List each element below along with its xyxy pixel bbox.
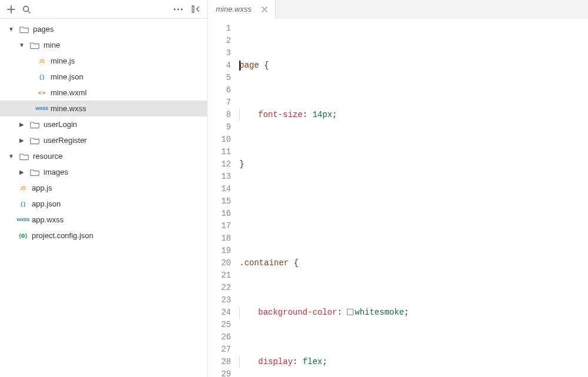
line-number: 14 bbox=[208, 183, 231, 195]
line-number: 11 bbox=[208, 146, 231, 158]
folder-label: images bbox=[44, 168, 68, 176]
color-swatch-icon bbox=[347, 309, 353, 315]
svg-point-1 bbox=[174, 8, 176, 10]
file-app-js[interactable]: JS app.js bbox=[0, 180, 207, 196]
file-label: app.json bbox=[32, 199, 61, 208]
line-number: 6 bbox=[208, 84, 231, 96]
line-number: 1 bbox=[208, 22, 231, 35]
folder-mine[interactable]: ▼ mine bbox=[0, 37, 207, 53]
folder-label: resource bbox=[33, 152, 63, 161]
folder-label: userLogin bbox=[44, 120, 77, 129]
folder-icon bbox=[29, 119, 40, 130]
line-number: 7 bbox=[208, 96, 231, 109]
js-file-icon: JS bbox=[36, 56, 47, 66]
svg-point-3 bbox=[181, 8, 183, 10]
line-number: 13 bbox=[208, 171, 231, 183]
line-number: 19 bbox=[208, 245, 231, 257]
line-number: 18 bbox=[208, 232, 231, 245]
line-number: 8 bbox=[208, 109, 231, 121]
svg-rect-4 bbox=[192, 6, 193, 12]
file-label: mine.json bbox=[51, 72, 83, 81]
line-number: 16 bbox=[208, 208, 231, 220]
folder-resource[interactable]: ▼ resource bbox=[0, 148, 207, 164]
file-mine-json[interactable]: { } mine.json bbox=[0, 69, 207, 85]
code-content[interactable]: page { font-size: 14px; } .container { b… bbox=[238, 19, 588, 377]
folder-userLogin[interactable]: ▶ userLogin bbox=[0, 116, 207, 132]
json-file-icon: { } bbox=[36, 72, 47, 82]
file-app-json[interactable]: { } app.json bbox=[0, 196, 207, 212]
chevron-right-icon: ▶ bbox=[18, 169, 26, 175]
chevron-down-icon: ▼ bbox=[7, 26, 15, 32]
file-project-config[interactable]: {⚙} project.config.json bbox=[0, 228, 207, 243]
line-number: 9 bbox=[208, 121, 231, 134]
json-file-icon: { } bbox=[18, 199, 28, 209]
line-number: 25 bbox=[208, 319, 231, 331]
js-file-icon: JS bbox=[18, 183, 28, 193]
line-number: 26 bbox=[208, 331, 231, 343]
line-number: 21 bbox=[208, 269, 231, 282]
line-number: 15 bbox=[208, 195, 231, 208]
line-number: 2 bbox=[208, 35, 231, 47]
file-label: app.wxss bbox=[32, 215, 64, 224]
folder-userRegister[interactable]: ▶ userRegister bbox=[0, 132, 207, 148]
line-number: 5 bbox=[208, 72, 231, 84]
top-bar: mine.wxss bbox=[0, 0, 588, 19]
file-label: mine.js bbox=[51, 56, 75, 65]
line-number: 4 bbox=[208, 59, 231, 72]
line-number: 29 bbox=[208, 368, 231, 377]
folder-icon bbox=[29, 135, 40, 146]
file-label: mine.wxml bbox=[51, 88, 86, 97]
config-file-icon: {⚙} bbox=[18, 231, 28, 241]
new-file-button[interactable] bbox=[4, 2, 19, 17]
line-number: 12 bbox=[208, 158, 231, 171]
chevron-down-icon: ▼ bbox=[18, 42, 26, 48]
line-number: 27 bbox=[208, 343, 231, 356]
folder-icon bbox=[29, 167, 40, 178]
folder-pages[interactable]: ▼ pages bbox=[0, 21, 207, 37]
wxml-file-icon: < > bbox=[36, 88, 47, 98]
file-explorer[interactable]: ▼ pages ▼ mine JS mine.js { } mine.json … bbox=[0, 19, 208, 377]
folder-open-icon bbox=[19, 151, 29, 162]
tab-mine-wxss[interactable]: mine.wxss bbox=[208, 0, 276, 19]
chevron-right-icon: ▶ bbox=[18, 137, 26, 144]
folder-open-icon bbox=[29, 40, 40, 51]
folder-images[interactable]: ▶ images bbox=[0, 164, 207, 180]
close-tab-button[interactable] bbox=[260, 5, 269, 14]
line-number: 22 bbox=[208, 282, 231, 294]
tab-title: mine.wxss bbox=[216, 5, 252, 14]
file-mine-wxml[interactable]: < > mine.wxml bbox=[0, 85, 207, 101]
chevron-down-icon: ▼ bbox=[7, 153, 15, 159]
wxss-file-icon: WXSS bbox=[18, 215, 28, 225]
file-mine-js[interactable]: JS mine.js bbox=[0, 53, 207, 69]
search-button[interactable] bbox=[19, 2, 34, 17]
main-area: ▼ pages ▼ mine JS mine.js { } mine.json … bbox=[0, 19, 588, 377]
line-number: 24 bbox=[208, 306, 231, 319]
sidebar-toolbar bbox=[0, 0, 208, 19]
folder-label: userRegister bbox=[44, 136, 87, 145]
file-label: project.config.json bbox=[32, 231, 93, 240]
wxss-file-icon: WXSS bbox=[36, 104, 47, 114]
line-number: 3 bbox=[208, 47, 231, 59]
more-actions-button[interactable] bbox=[171, 2, 186, 17]
line-number: 10 bbox=[208, 134, 231, 146]
file-mine-wxss[interactable]: WXSS mine.wxss bbox=[0, 101, 207, 116]
folder-label: pages bbox=[33, 25, 54, 34]
line-number: 28 bbox=[208, 356, 231, 368]
folder-open-icon bbox=[19, 24, 29, 35]
folder-label: mine bbox=[44, 41, 60, 49]
line-number: 23 bbox=[208, 294, 231, 306]
collapse-sidebar-button[interactable] bbox=[188, 2, 203, 17]
code-editor[interactable]: 1234567891011121314151617181920212223242… bbox=[208, 19, 588, 377]
svg-point-2 bbox=[178, 8, 179, 10]
file-label: mine.wxss bbox=[51, 104, 86, 113]
file-label: app.js bbox=[32, 184, 52, 192]
file-app-wxss[interactable]: WXSS app.wxss bbox=[0, 212, 207, 228]
line-number: 20 bbox=[208, 257, 231, 269]
line-gutter: 1234567891011121314151617181920212223242… bbox=[208, 19, 238, 377]
chevron-right-icon: ▶ bbox=[18, 121, 26, 128]
line-number: 17 bbox=[208, 220, 231, 232]
editor-tabs: mine.wxss bbox=[208, 0, 588, 19]
text-cursor bbox=[239, 61, 240, 71]
